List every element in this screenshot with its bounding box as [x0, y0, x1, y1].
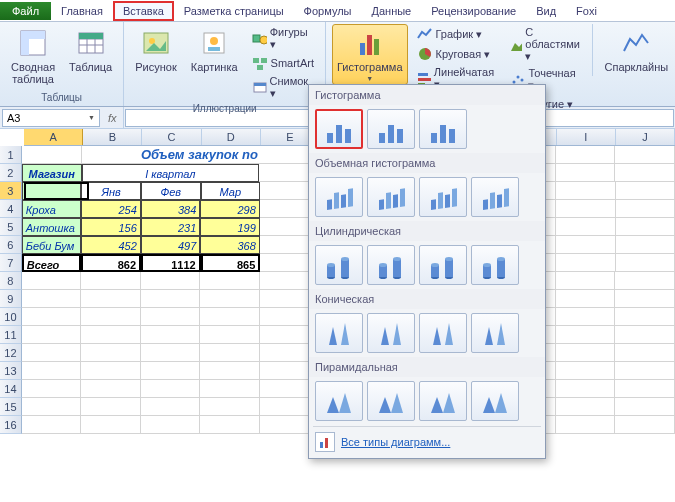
row-header[interactable]: 9 — [0, 290, 22, 308]
chart-type-option[interactable] — [315, 177, 363, 217]
cell[interactable] — [615, 416, 675, 434]
cell[interactable] — [200, 344, 260, 362]
cell[interactable] — [81, 416, 141, 434]
cell[interactable]: Беби Бум — [22, 236, 82, 254]
sparklines-button[interactable]: Спарклайны — [599, 24, 673, 76]
row-header[interactable]: 6 — [0, 236, 22, 254]
cell[interactable]: 862 — [81, 254, 141, 272]
cell[interactable] — [616, 218, 675, 236]
tab-insert[interactable]: Вставка — [113, 1, 174, 21]
tab-home[interactable]: Главная — [51, 2, 113, 20]
cell[interactable] — [141, 326, 201, 344]
row-header[interactable]: 3 — [0, 182, 22, 200]
cell[interactable] — [556, 362, 616, 380]
row-header[interactable]: 8 — [0, 272, 22, 290]
chart-area-button[interactable]: С областями ▾ — [505, 24, 589, 65]
cell[interactable]: 298 — [200, 200, 260, 218]
col-header[interactable]: I — [557, 129, 616, 145]
cell[interactable] — [200, 290, 260, 308]
all-chart-types-link[interactable]: Все типы диаграмм... — [309, 428, 545, 456]
chart-type-option[interactable] — [367, 109, 415, 149]
cell[interactable] — [81, 398, 141, 416]
col-header[interactable]: C — [142, 129, 201, 145]
cell[interactable] — [615, 326, 675, 344]
cell[interactable] — [556, 182, 615, 200]
chart-type-option[interactable] — [315, 313, 363, 353]
cell[interactable] — [81, 380, 141, 398]
chart-type-option[interactable] — [471, 381, 519, 421]
tab-formulas[interactable]: Формулы — [294, 2, 362, 20]
chart-pie-button[interactable]: Круговая ▾ — [412, 44, 501, 64]
chart-type-option[interactable] — [315, 245, 363, 285]
chart-type-option[interactable] — [471, 177, 519, 217]
col-header[interactable]: D — [202, 129, 261, 145]
tab-pagelayout[interactable]: Разметка страницы — [174, 2, 294, 20]
table-button[interactable]: Таблица — [64, 24, 117, 76]
col-header[interactable]: A — [24, 129, 83, 145]
cell[interactable] — [556, 326, 616, 344]
cell[interactable] — [200, 416, 260, 434]
chart-type-option[interactable] — [367, 313, 415, 353]
cell[interactable]: 231 — [141, 218, 201, 236]
cell[interactable] — [81, 308, 141, 326]
row-header[interactable]: 15 — [0, 398, 22, 416]
cell[interactable] — [556, 290, 616, 308]
cell[interactable]: Всего — [22, 254, 82, 272]
name-box[interactable]: A3▼ — [2, 109, 100, 127]
row-header[interactable]: 12 — [0, 344, 22, 362]
cell[interactable]: 199 — [200, 218, 260, 236]
tab-data[interactable]: Данные — [361, 2, 421, 20]
cell[interactable]: I квартал — [82, 164, 260, 182]
cell[interactable] — [22, 272, 82, 290]
chart-type-option[interactable] — [367, 381, 415, 421]
cell[interactable] — [81, 326, 141, 344]
chart-type-option[interactable] — [419, 109, 467, 149]
cell[interactable] — [81, 272, 141, 290]
chart-type-option[interactable] — [367, 245, 415, 285]
cell[interactable] — [556, 398, 616, 416]
row-header[interactable]: 14 — [0, 380, 22, 398]
row-header[interactable]: 5 — [0, 218, 22, 236]
row-header[interactable]: 16 — [0, 416, 22, 434]
smartart-button[interactable]: SmartArt — [247, 53, 319, 73]
cell[interactable] — [200, 326, 260, 344]
tab-review[interactable]: Рецензирование — [421, 2, 526, 20]
cell[interactable]: 156 — [81, 218, 141, 236]
row-header[interactable]: 4 — [0, 200, 22, 218]
cell[interactable] — [556, 416, 616, 434]
cell[interactable]: 865 — [201, 254, 261, 272]
cell[interactable] — [615, 398, 675, 416]
row-header[interactable]: 11 — [0, 326, 22, 344]
chart-type-option[interactable] — [367, 177, 415, 217]
cell[interactable] — [615, 272, 675, 290]
cell[interactable] — [141, 380, 201, 398]
chart-type-option[interactable] — [315, 381, 363, 421]
cell[interactable]: Магазин — [22, 164, 82, 182]
cell[interactable]: 1112 — [141, 254, 201, 272]
pivottable-button[interactable]: Сводная таблица — [6, 24, 60, 88]
cell[interactable] — [616, 254, 675, 272]
fx-button[interactable]: fx — [102, 107, 124, 128]
cell[interactable] — [22, 362, 82, 380]
cell[interactable] — [22, 290, 82, 308]
cell[interactable]: 368 — [200, 236, 260, 254]
cell[interactable] — [200, 362, 260, 380]
cell[interactable] — [200, 272, 260, 290]
cell[interactable] — [556, 254, 615, 272]
cell[interactable] — [615, 146, 675, 164]
chart-type-option[interactable] — [315, 109, 363, 149]
col-header[interactable]: J — [616, 129, 675, 145]
picture-button[interactable]: Рисунок — [130, 24, 182, 76]
cell[interactable] — [556, 236, 615, 254]
cell[interactable] — [615, 308, 675, 326]
cell[interactable] — [22, 416, 82, 434]
cell[interactable]: Объем закупок по — [82, 146, 319, 164]
tab-foxit[interactable]: Foxi — [566, 2, 607, 20]
cell[interactable] — [22, 182, 82, 200]
chart-type-option[interactable] — [419, 177, 467, 217]
cell[interactable] — [556, 146, 616, 164]
cell[interactable] — [556, 380, 616, 398]
cell[interactable] — [81, 344, 141, 362]
cell[interactable] — [556, 272, 616, 290]
cell[interactable]: Антошка — [22, 218, 82, 236]
